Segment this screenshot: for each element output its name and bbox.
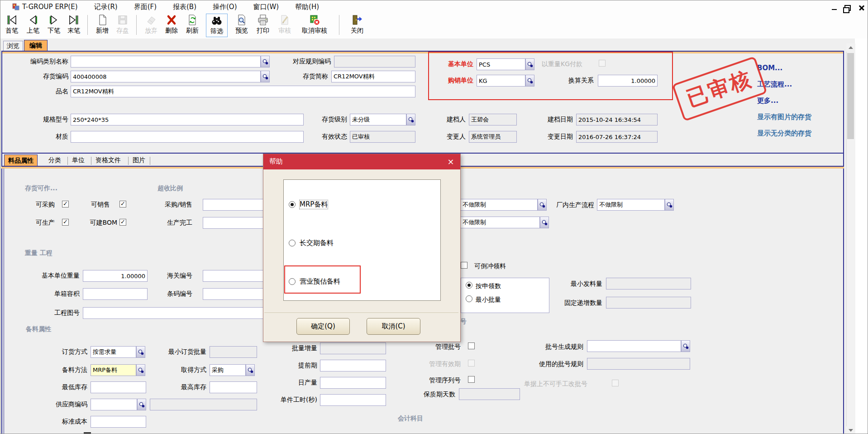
toolbar-cancel-audit[interactable]: 取消审核 xyxy=(295,14,334,37)
menu-window[interactable]: 窗口(W) xyxy=(253,3,279,11)
code-category-input[interactable] xyxy=(71,56,261,68)
item-code-lookup-button[interactable] xyxy=(261,71,270,82)
restriction-1-lookup-button[interactable] xyxy=(538,199,547,211)
factory-flow-lookup-button[interactable] xyxy=(665,199,674,211)
manage-serial-checkbox[interactable] xyxy=(468,376,475,383)
tab-edit[interactable]: 编辑 xyxy=(24,40,48,51)
tab-browse[interactable]: 浏览 xyxy=(3,41,23,51)
close-window-button[interactable] xyxy=(856,4,867,12)
supplier-code-lookup-button[interactable] xyxy=(137,399,146,410)
prep-method-input[interactable] xyxy=(91,364,136,376)
dialog-close-button[interactable]: × xyxy=(446,157,456,167)
menu-tgroup-erp[interactable]: T-GROUP ERP(E) xyxy=(22,3,78,11)
menu-help[interactable]: 帮助(H) xyxy=(295,3,319,11)
menu-record[interactable]: 记录(R) xyxy=(94,3,118,11)
subtab-classification[interactable]: 分类 xyxy=(48,156,61,164)
sellable-checkbox[interactable] xyxy=(119,201,126,207)
dialog-option-forecast-radio[interactable] xyxy=(289,278,296,285)
acquire-method-input[interactable] xyxy=(210,364,246,376)
level-lookup-button[interactable] xyxy=(406,114,415,125)
base-unit-lookup-button[interactable] xyxy=(525,58,534,70)
restore-button[interactable] xyxy=(842,4,853,12)
subtab-units[interactable]: 单位 xyxy=(72,156,85,164)
code-category-lookup-button[interactable] xyxy=(261,56,270,68)
toolbar-preview[interactable]: 预览 xyxy=(232,14,252,37)
drawing-no-input[interactable] xyxy=(83,307,282,319)
toolbar-delete[interactable]: 删除 xyxy=(162,14,181,37)
level-input[interactable] xyxy=(350,114,406,125)
dialog-option-forecast-label[interactable]: 营业预估备料 xyxy=(300,277,340,286)
prep-method-lookup-button[interactable] xyxy=(136,364,145,376)
min-stock-input[interactable] xyxy=(91,381,146,393)
dialog-option-mrp-label[interactable]: MRP备料 xyxy=(300,200,328,209)
link-bom[interactable]: BOM... xyxy=(757,64,782,72)
box-volume-input[interactable] xyxy=(83,288,148,300)
max-stock-input[interactable] xyxy=(210,381,257,393)
link-show-with-images[interactable]: 显示有图片的存货 xyxy=(757,113,811,121)
minimize-button[interactable] xyxy=(829,4,839,12)
factory-flow-input[interactable] xyxy=(597,199,665,211)
item-code-input[interactable] xyxy=(71,71,261,82)
toolbar-label: 存盘 xyxy=(116,27,129,34)
issue-by-request-radio[interactable] xyxy=(466,282,472,289)
toolbar-print[interactable]: 打印 xyxy=(253,14,273,37)
toolbar-last-record[interactable]: 末笔 xyxy=(64,14,84,37)
issue-by-min-radio[interactable] xyxy=(466,295,472,302)
conversion-input[interactable] xyxy=(598,75,658,87)
toolbar-filter[interactable]: 筛选 xyxy=(206,14,228,37)
toolbar-add[interactable]: 新增 xyxy=(92,14,112,37)
menu-interface[interactable]: 界面(F) xyxy=(134,3,157,11)
dialog-titlebar[interactable]: 帮助 × xyxy=(263,154,460,169)
restriction-2-lookup-button[interactable] xyxy=(540,217,549,228)
restriction-input-2[interactable] xyxy=(460,217,540,228)
scrollbar-thumb[interactable] xyxy=(847,53,854,139)
scroll-down-button[interactable] xyxy=(846,426,855,434)
subtab-images[interactable]: 图片 xyxy=(133,156,145,164)
dialog-ok-button[interactable]: 确定(Q) xyxy=(296,318,350,335)
toolbar-prev-record[interactable]: 上笔 xyxy=(23,14,43,37)
lead-time-input[interactable] xyxy=(320,360,386,371)
backflush-checkbox[interactable] xyxy=(461,262,467,269)
unit-time-input[interactable] xyxy=(320,394,386,406)
order-method-lookup-button[interactable] xyxy=(136,346,145,358)
link-show-unclassified[interactable]: 显示无分类的存货 xyxy=(757,129,811,138)
toolbar-next-record[interactable]: 下笔 xyxy=(44,14,64,37)
order-method-input[interactable] xyxy=(91,346,136,358)
item-name-input[interactable] xyxy=(71,86,415,97)
scroll-up-button[interactable] xyxy=(846,43,855,52)
dialog-option-long-lead-label[interactable]: 长交期备料 xyxy=(300,239,334,247)
toolbar-refresh[interactable]: 刷新 xyxy=(182,14,202,37)
base-unit-input[interactable] xyxy=(477,58,525,70)
can-bom-checkbox[interactable] xyxy=(119,219,126,226)
trade-unit-lookup-button[interactable] xyxy=(525,75,534,87)
producible-checkbox[interactable] xyxy=(62,219,69,226)
subtab-item-properties[interactable]: 料品属性 xyxy=(4,154,38,166)
trade-unit-input[interactable] xyxy=(477,75,525,87)
base-unit-weight-input[interactable] xyxy=(83,270,148,282)
item-short-label: 存货简称 xyxy=(286,72,328,81)
dialog-cancel-button[interactable]: 取消(C) xyxy=(367,318,420,335)
dialog-option-long-lead-radio[interactable] xyxy=(289,240,296,246)
std-cost-input[interactable] xyxy=(91,416,146,428)
dialog-option-mrp-radio[interactable] xyxy=(289,201,296,208)
material-input[interactable] xyxy=(71,131,304,143)
spec-input[interactable] xyxy=(71,114,304,125)
daily-output-input[interactable] xyxy=(320,377,386,389)
link-more[interactable]: 更多... xyxy=(757,96,778,105)
supplier-code-input[interactable] xyxy=(91,399,137,410)
manage-lot-checkbox[interactable] xyxy=(468,342,475,349)
filter-binoculars-icon xyxy=(211,14,223,26)
lookup-icon xyxy=(527,62,533,68)
subtab-qualification-files[interactable]: 资格文件 xyxy=(95,156,121,164)
nav-first-icon xyxy=(6,14,18,26)
menu-report[interactable]: 报表(B) xyxy=(173,3,196,11)
toolbar-close[interactable]: 关闭 xyxy=(346,14,368,37)
acquire-method-lookup-button[interactable] xyxy=(246,364,255,376)
purchasable-checkbox[interactable] xyxy=(62,201,69,207)
lot-rule-lookup-button[interactable] xyxy=(681,340,690,352)
restriction-input-1[interactable] xyxy=(460,199,538,211)
lot-rule-input[interactable] xyxy=(587,340,681,352)
menu-operation[interactable]: 操作(O) xyxy=(213,3,237,11)
item-short-input[interactable] xyxy=(331,71,415,82)
toolbar-first-record[interactable]: 首笔 xyxy=(2,14,22,37)
